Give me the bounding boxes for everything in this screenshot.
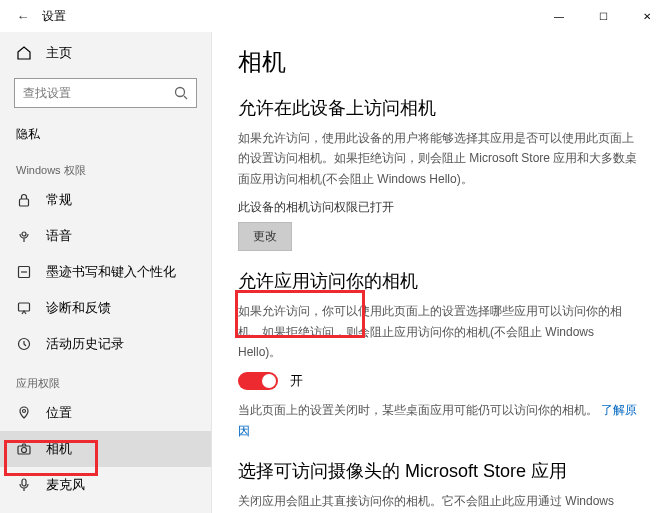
- section2-note: 当此页面上的设置关闭时，某些桌面应用可能仍可以访问你的相机。 了解原因: [238, 400, 639, 441]
- window-title: 设置: [42, 8, 66, 25]
- search-icon: [173, 85, 189, 104]
- section3-desc: 关闭应用会阻止其直接访问你的相机。它不会阻止此应用通过 Windows 的"相机…: [238, 491, 639, 513]
- svg-point-0: [176, 88, 185, 97]
- sidebar-item-label: 麦克风: [46, 476, 85, 494]
- svg-rect-9: [22, 479, 26, 486]
- sidebar-group: 隐私: [0, 118, 211, 149]
- sidebar-subheader-app: 应用权限: [0, 362, 211, 395]
- sidebar-item-activity[interactable]: 活动历史记录: [0, 326, 211, 362]
- svg-point-6: [23, 410, 26, 413]
- allow-apps-toggle[interactable]: [238, 372, 278, 390]
- home-icon: [16, 45, 32, 61]
- section3-heading: 选择可访问摄像头的 Microsoft Store 应用: [238, 459, 639, 483]
- camera-icon: [16, 441, 32, 457]
- page-title: 相机: [238, 46, 639, 78]
- sidebar-item-label: 相机: [46, 440, 72, 458]
- change-button[interactable]: 更改: [238, 222, 292, 251]
- section1-heading: 允许在此设备上访问相机: [238, 96, 639, 120]
- history-icon: [16, 336, 32, 352]
- sidebar-item-label: 活动历史记录: [46, 335, 124, 353]
- toggle-label: 开: [290, 372, 303, 390]
- section1-status: 此设备的相机访问权限已打开: [238, 199, 639, 216]
- sidebar-item-microphone[interactable]: 麦克风: [0, 467, 211, 503]
- search-input[interactable]: [14, 78, 197, 108]
- speech-icon: [16, 228, 32, 244]
- sidebar-item-diagnostics[interactable]: 诊断和反馈: [0, 290, 211, 326]
- svg-rect-1: [20, 199, 29, 206]
- sidebar-home[interactable]: 主页: [0, 36, 211, 70]
- sidebar-item-label: 位置: [46, 404, 72, 422]
- sidebar-item-speech[interactable]: 语音: [0, 218, 211, 254]
- maximize-button[interactable]: ☐: [581, 0, 625, 32]
- svg-point-2: [22, 232, 26, 236]
- sidebar-item-label: 语音: [46, 227, 72, 245]
- sidebar-item-general[interactable]: 常规: [0, 182, 211, 218]
- sidebar-item-label: 常规: [46, 191, 72, 209]
- inking-icon: [16, 264, 32, 280]
- section1-desc: 如果允许访问，使用此设备的用户将能够选择其应用是否可以使用此页面上的设置访问相机…: [238, 128, 639, 189]
- sidebar-item-inking[interactable]: 墨迹书写和键入个性化: [0, 254, 211, 290]
- sidebar-item-label: 诊断和反馈: [46, 299, 111, 317]
- sidebar-item-camera[interactable]: 相机: [0, 431, 211, 467]
- back-icon[interactable]: ←: [14, 9, 32, 24]
- minimize-button[interactable]: —: [537, 0, 581, 32]
- sidebar: 主页 隐私 Windows 权限 常规 语音: [0, 32, 212, 513]
- content-area: 相机 允许在此设备上访问相机 如果允许访问，使用此设备的用户将能够选择其应用是否…: [212, 32, 669, 513]
- lock-icon: [16, 192, 32, 208]
- microphone-icon: [16, 477, 32, 493]
- section2-desc: 如果允许访问，你可以使用此页面上的设置选择哪些应用可以访问你的相机。如果拒绝访问…: [238, 301, 639, 362]
- sidebar-home-label: 主页: [46, 44, 72, 62]
- feedback-icon: [16, 300, 32, 316]
- svg-rect-4: [19, 303, 30, 311]
- sidebar-item-label: 墨迹书写和键入个性化: [46, 263, 176, 281]
- sidebar-item-location[interactable]: 位置: [0, 395, 211, 431]
- sidebar-subheader-windows: Windows 权限: [0, 149, 211, 182]
- close-button[interactable]: ✕: [625, 0, 669, 32]
- location-icon: [16, 405, 32, 421]
- section2-heading: 允许应用访问你的相机: [238, 269, 639, 293]
- svg-point-8: [22, 448, 27, 453]
